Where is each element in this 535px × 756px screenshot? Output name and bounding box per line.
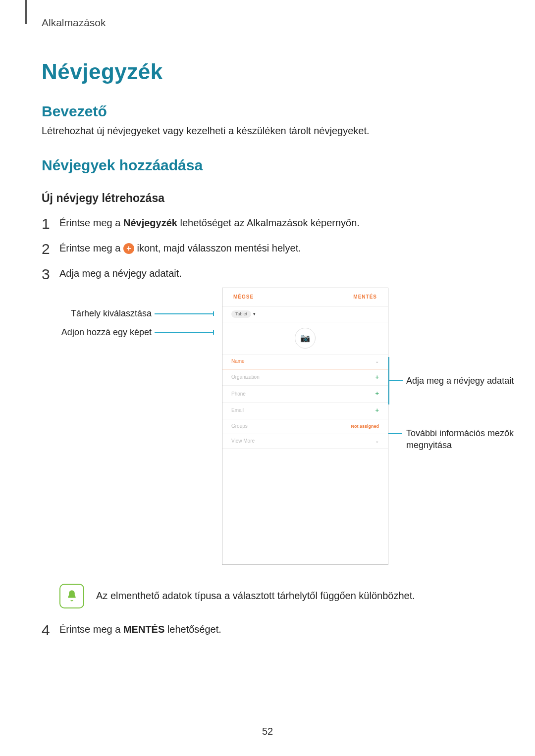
field-name-label: Name xyxy=(231,358,245,365)
field-email[interactable]: Email + xyxy=(222,403,388,419)
step-2-text-b: ikont, majd válasszon mentési helyet. xyxy=(134,243,301,253)
field-email-label: Email xyxy=(231,407,244,414)
page-number: 52 xyxy=(0,726,535,737)
note-text: Az elmenthető adatok típusa a választott… xyxy=(96,584,415,603)
cancel-button[interactable]: MÉGSE xyxy=(233,294,254,301)
plus-icon: + xyxy=(375,373,379,382)
subheading-new-contact: Új névjegy létrehozása xyxy=(42,192,493,205)
field-phone-label: Phone xyxy=(231,391,246,398)
callout-tick xyxy=(213,330,214,335)
page-title: Névjegyzék xyxy=(42,59,493,84)
step-1: Érintse meg a Névjegyzék lehetőséget az … xyxy=(42,216,493,230)
step-1-text-b: lehetőséget az Alkalmazások képernyőn. xyxy=(177,217,360,228)
callout-line xyxy=(155,332,214,333)
step-3: Adja meg a névjegy adatait. Tárhely kivá… xyxy=(42,266,493,608)
device-mock: MÉGSE MENTÉS Tablet ▾ 📷 Name ⌄ xyxy=(222,288,388,565)
step-4-text-a: Érintse meg a xyxy=(59,624,123,635)
section-adding-heading: Névjegyek hozzáadása xyxy=(42,157,493,174)
storage-chip: Tablet xyxy=(231,310,251,318)
field-groups[interactable]: Groups Not assigned xyxy=(222,419,388,434)
callout-line xyxy=(155,313,214,314)
chevron-down-icon: ▾ xyxy=(253,311,256,317)
field-more-label: View More xyxy=(231,438,255,445)
note: Az elmenthető adatok típusa a választott… xyxy=(59,584,493,608)
storage-selector[interactable]: Tablet ▾ xyxy=(222,306,388,322)
plus-icon: + xyxy=(375,389,379,399)
bell-icon xyxy=(59,584,84,608)
field-groups-value: Not assigned xyxy=(351,423,379,430)
add-photo-button[interactable]: 📷 xyxy=(295,328,316,349)
chevron-down-icon: ⌄ xyxy=(375,438,379,445)
step-4-text-b: lehetőséget. xyxy=(164,624,221,635)
field-organization[interactable]: Organization + xyxy=(222,369,388,386)
field-name[interactable]: Name ⌄ xyxy=(222,354,388,369)
plus-icon: + xyxy=(375,406,379,415)
section-intro-heading: Bevezető xyxy=(42,103,493,120)
photo-section: 📷 xyxy=(222,322,388,354)
callout-stem xyxy=(389,380,403,381)
camera-icon: 📷 xyxy=(300,332,310,344)
callout-storage: Tárhely kiválasztása xyxy=(42,307,152,319)
step-4-bold: MENTÉS xyxy=(123,624,164,635)
callout-more: További információs mezők megnyitása xyxy=(406,427,530,452)
field-viewmore[interactable]: View More ⌄ xyxy=(222,434,388,449)
chevron-down-icon: ⌄ xyxy=(375,358,379,365)
step-2: Érintse meg a + ikont, majd válasszon me… xyxy=(42,241,493,255)
callout-photo: Adjon hozzá egy képet xyxy=(42,326,152,338)
header-rule xyxy=(25,0,27,24)
save-button[interactable]: MENTÉS xyxy=(353,294,377,301)
callout-details: Adja meg a névjegy adatait xyxy=(406,375,530,387)
breadcrumb: Alkalmazások xyxy=(42,17,493,29)
add-contact-icon: + xyxy=(123,243,134,254)
device-action-bar: MÉGSE MENTÉS xyxy=(222,288,388,306)
intro-text: Létrehozhat új névjegyeket vagy kezelhet… xyxy=(42,124,493,138)
callout-tick xyxy=(213,311,214,316)
field-org-label: Organization xyxy=(231,374,260,381)
figure: Tárhely kiválasztása Adjon hozzá egy kép… xyxy=(59,288,493,575)
step-1-text-a: Érintse meg a xyxy=(59,217,123,228)
step-3-text: Adja meg a névjegy adatait. xyxy=(59,268,182,279)
field-groups-label: Groups xyxy=(231,423,248,430)
step-1-bold: Névjegyzék xyxy=(123,217,177,228)
step-4: Érintse meg a MENTÉS lehetőséget. xyxy=(42,622,493,637)
field-phone[interactable]: Phone + xyxy=(222,386,388,403)
step-2-text-a: Érintse meg a xyxy=(59,243,123,253)
